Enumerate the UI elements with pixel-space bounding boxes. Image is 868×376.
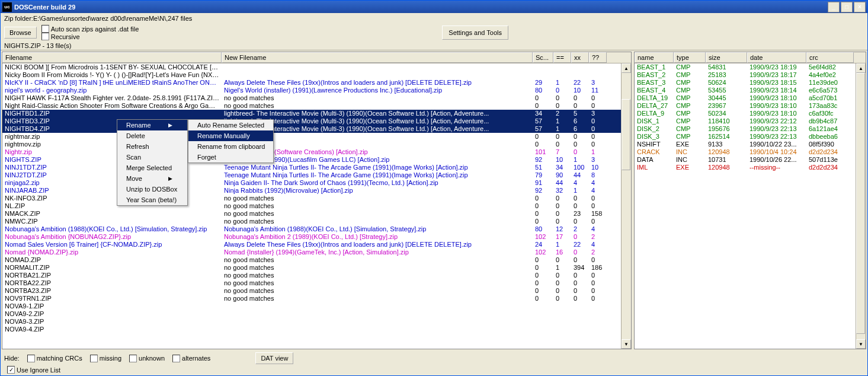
col-type[interactable]: type [674, 52, 706, 63]
table-row[interactable]: Nicky Boom II From Microids !- Y() Y- ( … [2, 71, 621, 79]
maximize-button[interactable]: □ [841, 2, 853, 12]
table-row[interactable]: NSHIFTEXE91331990/10/22 23...08f5f390 [635, 141, 856, 148]
col-[interactable]: ?? [589, 52, 607, 63]
table-row[interactable]: Night Raid-Classic Action Shooter From S… [2, 102, 621, 110]
table-row[interactable]: DELTA_19CMP304451990/9/23 18:10a5cd70b1 [635, 94, 856, 102]
table-row[interactable]: NMACK.ZIPno good matches0023158 [2, 210, 621, 218]
table-row[interactable]: DELTA_9CMP502341990/9/23 18:10c6af30fc [635, 110, 856, 117]
table-row[interactable]: NOV9TRN1.ZIPno good matches0000 [2, 295, 621, 302]
left-scrollbar[interactable]: ▲ ▼ [621, 63, 631, 349]
ctx-unzip[interactable]: Unzip to DOSBox [117, 184, 187, 195]
table-row[interactable]: DISK_3CMP1625141990/9/23 22:13dbbeeba6 [635, 133, 856, 141]
ctx-refresh[interactable]: Refresh [117, 141, 187, 152]
col-newfilename[interactable]: New Filename [222, 52, 533, 63]
browse-button[interactable]: Browse [4, 27, 37, 39]
autoscan-label: Auto scan zips against .dat file [51, 26, 139, 33]
table-row[interactable]: NORTBA23.ZIPno good matches0000 [2, 287, 621, 295]
table-row[interactable]: BEAST_2CMP251831990/9/23 18:174a4ef0e2 [635, 71, 856, 79]
right-table-body[interactable]: BEAST_1CMP548311990/9/23 18:195e6f4d82BE… [635, 63, 856, 349]
col-sc[interactable]: Sc... [533, 52, 553, 63]
use-ignore-checkbox[interactable]: ✓ [7, 366, 15, 374]
col-crc[interactable]: crc [806, 52, 854, 63]
table-row[interactable]: NINJ1TDT.ZIPTeenage Mutant Ninja Turtles… [2, 164, 621, 171]
minimize-button[interactable]: _ [828, 2, 840, 12]
ctx-rename-manually[interactable]: Rename Manually [188, 130, 273, 141]
left-table-body[interactable]: NICKI BOOM ][ From Microdrois 1-1SENT BY… [2, 63, 621, 349]
table-row[interactable]: NIGHTS.ZIPNight Shift [a2] (1990)(Lucasf… [2, 156, 621, 164]
table-row[interactable]: NOVA9-4.ZIP [2, 326, 621, 333]
table-row[interactable]: DATAINC107311990/10/26 22...507d113e [635, 156, 856, 164]
ctx-move[interactable]: Move▶ [117, 173, 187, 184]
recursive-checkbox[interactable] [41, 33, 49, 40]
table-row[interactable]: DELTA_27CMP239671990/9/23 18:10173aa83c [635, 102, 856, 110]
table-row[interactable]: NOVA9-1.ZIP [2, 302, 621, 310]
table-row[interactable]: NIGHT HAWK F-117A Stealth Fighter ver. 2… [2, 94, 621, 102]
right-scrollbar[interactable]: ▲ ▼ [856, 63, 866, 349]
ctx-rename-clipboard[interactable]: Rename from clipboard [188, 141, 273, 152]
scroll-up-button[interactable]: ▲ [856, 63, 866, 73]
table-row[interactable]: nigel's world - geography.zipNigel's Wor… [2, 87, 621, 94]
table-row[interactable]: NIcKY II - CRaCK 'nD [8] TRaIN ] tHE unL… [2, 79, 621, 87]
ctx-rename[interactable]: Rename▶ [117, 120, 187, 130]
col-xx[interactable]: xx [571, 52, 589, 63]
hide-missing-checkbox[interactable] [90, 355, 98, 362]
table-row[interactable]: nightmar.zip0000 [2, 133, 621, 141]
table-row[interactable]: NICKI BOOM ][ From Microdrois 1-1SENT BY… [2, 63, 621, 71]
ctx-merge[interactable]: Merge Selected [117, 162, 187, 173]
dat-view-button[interactable]: DAT view [255, 352, 293, 364]
scroll-thumb[interactable] [622, 99, 630, 170]
table-row[interactable]: NIGHTBD4.ZIPlightbreed- The Interactive … [2, 125, 621, 133]
table-row[interactable]: DISK_1CMP1184101990/9/23 22:12db9b4c87 [635, 117, 856, 125]
context-submenu[interactable]: Auto Rename Selected Rename Manually Ren… [188, 119, 274, 163]
ctx-yearscan[interactable]: Year Scan (beta!) [117, 195, 187, 205]
table-row[interactable]: CRACKINC1209481990/10/4 10:24d2d2d234 [635, 148, 856, 156]
use-ignore-label: Use Ignore List [17, 367, 60, 374]
table-row[interactable]: Nomad Sales Version [6 Trainer] {CF-NOMA… [2, 241, 621, 248]
ctx-scan[interactable]: Scan [117, 152, 187, 162]
col-[interactable]: == [553, 52, 571, 63]
col-filename[interactable]: Filename [2, 52, 222, 63]
ctx-forget[interactable]: Forget [188, 152, 273, 162]
scroll-down-button[interactable]: ▼ [856, 339, 866, 349]
autoscan-checkbox[interactable] [41, 25, 49, 33]
table-row[interactable]: IMLEXE120948--missing--d2d2d234 [635, 164, 856, 171]
close-button[interactable]: × [854, 2, 866, 12]
table-row[interactable]: Nomad {NOMAD.ZIP}.zipNomad {Installer} (… [2, 248, 621, 256]
scroll-thumb[interactable] [856, 73, 865, 334]
table-row[interactable]: NOMAD.ZIPno good matches0000 [2, 256, 621, 264]
table-row[interactable]: NL.ZIPno good matches0000 [2, 202, 621, 210]
table-row[interactable]: ninjaga2.zipNinja Gaiden II- The Dark Sw… [2, 179, 621, 187]
col-date[interactable]: date [747, 52, 806, 63]
ctx-auto-rename[interactable]: Auto Rename Selected [188, 120, 273, 130]
context-menu[interactable]: Rename▶ Delete Refresh Scan Merge Select… [117, 119, 188, 206]
table-row[interactable]: BEAST_1CMP548311990/9/23 18:195e6f4d82 [635, 63, 856, 71]
table-row[interactable]: NINJARAB.ZIPNinja Rabbits (1992)(Microva… [2, 187, 621, 195]
col-size[interactable]: size [706, 52, 747, 63]
hide-matchcrc-checkbox[interactable] [27, 355, 35, 362]
table-row[interactable]: BEAST_4CMP534551990/9/23 18:14e6c6a573 [635, 87, 856, 94]
table-row[interactable]: NIGHTBD3.ZIPlightbreed- The Interactive … [2, 117, 621, 125]
hide-alternates-checkbox[interactable] [172, 355, 180, 362]
table-row[interactable]: nightmov.zipes0000 [2, 141, 621, 148]
table-row[interactable]: Nightr.zip[SWR][a1] (1993)(Software Crea… [2, 148, 621, 156]
table-row[interactable]: BEAST_3CMP506241990/9/23 18:1511e39de0 [635, 79, 856, 87]
table-row[interactable]: DISK_2CMP1956761990/9/23 22:136a121ae4 [635, 125, 856, 133]
table-row[interactable]: NORTBA22.ZIPno good matches0000 [2, 279, 621, 287]
settings-button[interactable]: Settings and Tools [442, 26, 508, 40]
table-row[interactable]: NOVA9-2.ZIP [2, 310, 621, 318]
table-row[interactable]: NORMALIT.ZIPno good matches01394186 [2, 264, 621, 272]
hide-unknown-checkbox[interactable] [129, 355, 137, 362]
table-row[interactable]: Nobunaga's Ambition {NOBUNAG2.ZIP}.zipNo… [2, 233, 621, 241]
table-row[interactable]: NK-INFO3.ZIPno good matches0000 [2, 195, 621, 202]
table-row[interactable]: NIGHTBD1.ZIPlightbreed- The Interactive … [2, 110, 621, 117]
table-row[interactable]: NORTBA21.ZIPno good matches0000 [2, 272, 621, 279]
scroll-down-button[interactable]: ▼ [622, 339, 631, 349]
table-row[interactable]: NOVA9-3.ZIP [2, 318, 621, 326]
table-row[interactable]: NINJ2TDT.ZIPTeenage Mutant Ninja Turtles… [2, 171, 621, 179]
table-row[interactable]: Nobunaga's Ambition (1988)(KOEI Co., Ltd… [2, 225, 621, 233]
col-name[interactable]: name [635, 52, 674, 63]
right-table-header: nametypesizedatecrc [635, 52, 866, 63]
table-row[interactable]: NMWC.ZIPno good matches0000 [2, 218, 621, 225]
scroll-up-button[interactable]: ▲ [622, 63, 631, 73]
ctx-delete[interactable]: Delete [117, 130, 187, 141]
